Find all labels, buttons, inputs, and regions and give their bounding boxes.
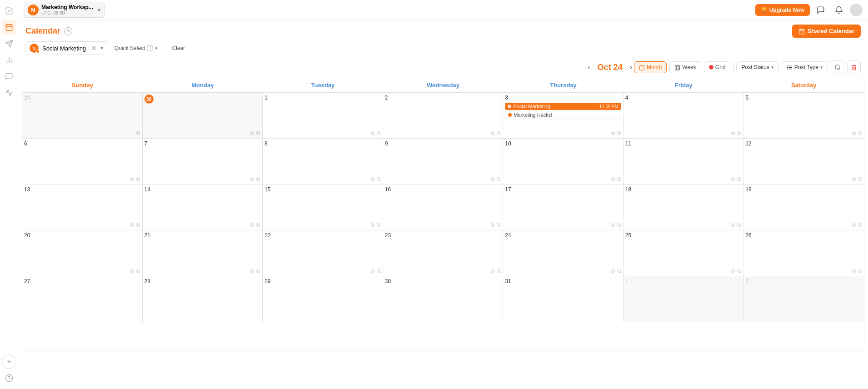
copy-icon[interactable]: ⧉ [737,268,741,274]
copy-icon[interactable]: ⧉ [377,130,381,136]
day-cell-3[interactable]: 3 Social Marketing 11:58 AM Marketing Ha… [503,93,624,138]
day-cell-2[interactable]: 2 ⊕ ⧉ [383,93,504,138]
add-event-icon[interactable]: ⊕ [370,176,375,182]
add-event-icon[interactable]: ⊕ [250,130,254,136]
sidebar-item-publish[interactable] [2,36,16,51]
clear-button[interactable]: Clear [169,43,188,53]
copy-icon[interactable]: ⧉ [256,222,260,228]
sidebar-item-tasks[interactable] [2,4,16,18]
post-type-dropdown[interactable]: Post Type ▾ [782,61,828,73]
copy-icon[interactable]: ⧉ [858,222,862,228]
day-cell-4[interactable]: 4 ⊕ ⧉ [624,93,744,138]
add-event-icon[interactable]: ⊕ [731,268,735,274]
copy-icon[interactable]: ⧉ [377,222,381,228]
copy-icon[interactable]: ⧉ [136,222,140,228]
copy-icon[interactable]: ⧉ [617,222,621,228]
add-event-icon[interactable]: ⊕ [250,268,254,274]
chevron-down-icon[interactable]: ▾ [100,45,103,51]
copy-icon[interactable]: ⧉ [617,176,621,182]
copy-icon[interactable]: ⧉ [858,130,862,136]
sidebar-item-analytics[interactable] [2,53,16,67]
day-cell-2-nov[interactable]: 2 [743,276,864,322]
add-event-icon[interactable]: ⊕ [611,176,615,182]
profile-close-icon[interactable]: ✕ [91,45,97,52]
quick-select[interactable]: Quick Select i ▾ [111,43,161,53]
add-event-icon[interactable]: ⊕ [130,176,135,182]
copy-icon[interactable]: ⧉ [377,268,381,274]
day-cell-17[interactable]: 17 ⊕ ⧉ [503,185,624,230]
copy-icon[interactable]: ⧉ [497,222,501,228]
add-event-icon[interactable]: ⊕ [370,268,375,274]
week-view-button[interactable]: Week [669,61,701,73]
day-cell-1-nov[interactable]: 1 [624,276,744,322]
month-view-button[interactable]: Month [634,61,667,73]
add-event-icon[interactable]: ⊕ [250,222,254,228]
day-cell-26[interactable]: 26 ⊕ ⧉ [743,230,864,276]
day-cell-1[interactable]: 1 ⊕ ⧉ [263,93,383,138]
add-event-icon[interactable]: ⊕ [852,268,856,274]
copy-icon[interactable]: ⧉ [377,176,381,182]
event-card[interactable]: Social Marketing 11:58 AM [505,103,621,110]
trash-button[interactable] [847,60,861,74]
copy-icon[interactable]: ⧉ [858,268,862,274]
day-cell-29-sep[interactable]: 29 ⧉ [22,93,143,138]
copy-icon[interactable]: ⧉ [256,268,260,274]
add-event-icon[interactable]: ⊕ [611,130,615,136]
add-event-icon[interactable]: ⊕ [852,176,856,182]
add-event-icon[interactable]: ⊕ [852,130,856,136]
add-event-icon[interactable]: ⊕ [370,130,375,136]
day-cell-10[interactable]: 10 ⊕ ⧉ [503,139,624,184]
day-cell-30[interactable]: 30 [383,276,504,322]
day-cell-14[interactable]: 14 ⊕ ⧉ [143,185,263,230]
day-cell-25[interactable]: 25 ⊕ ⧉ [624,230,744,276]
day-cell-12[interactable]: 12 ⊕ ⧉ [743,139,864,184]
add-event-icon[interactable]: ⊕ [130,222,135,228]
upgrade-button[interactable]: 🏆 Upgrade Now [755,4,810,16]
day-cell-18[interactable]: 18 ⊕ ⧉ [624,185,744,230]
day-cell-31[interactable]: 31 [503,276,624,322]
sidebar-item-messages[interactable] [2,69,16,84]
day-cell-11[interactable]: 11 ⊕ ⧉ [624,139,744,184]
sidebar-item-reports[interactable] [2,85,16,100]
add-event-icon[interactable]: ⊕ [490,130,495,136]
add-event-icon[interactable]: ⊕ [130,268,135,274]
add-event-icon[interactable]: ⊕ [852,222,856,228]
add-event-icon[interactable]: ⊕ [490,268,495,274]
day-cell-30-sep[interactable]: 30 ⊕ ⧉ [143,93,263,138]
copy-icon[interactable]: ⧉ [497,130,501,136]
day-cell-13[interactable]: 13 ⊕ ⧉ [22,185,143,230]
post-status-dropdown[interactable]: Post Status ▾ [736,61,778,73]
day-cell-15[interactable]: 15 ⊕ ⧉ [263,185,383,230]
copy-icon[interactable]: ⧉ [497,268,501,274]
day-cell-27[interactable]: 27 [22,276,143,322]
add-event-icon[interactable]: ⊕ [731,222,735,228]
chat-icon-button[interactable] [813,3,828,17]
day-cell-6[interactable]: 6 ⊕ ⧉ [22,139,143,184]
help-icon[interactable]: ? [64,27,72,35]
shared-calendar-button[interactable]: Shared Calendar [792,25,861,38]
day-cell-21[interactable]: 21 ⊕ ⧉ [143,230,263,276]
add-event-icon[interactable]: ⊕ [611,222,615,228]
copy-icon[interactable]: ⧉ [136,130,140,136]
day-cell-28[interactable]: 28 [143,276,263,322]
search-button[interactable] [831,60,844,74]
day-cell-24-today[interactable]: 24 ⊕ ⧉ [503,230,624,276]
copy-icon[interactable]: ⧉ [737,222,741,228]
copy-icon[interactable]: ⧉ [256,130,260,136]
day-cell-23[interactable]: 23 ⊕ ⧉ [383,230,504,276]
add-event-icon[interactable]: ⊕ [731,130,735,136]
copy-icon[interactable]: ⧉ [737,176,741,182]
day-cell-5[interactable]: 5 ⊕ ⧉ [743,93,864,138]
day-cell-20[interactable]: 20 ⊕ ⧉ [22,230,143,276]
add-event-icon[interactable]: ⊕ [490,176,495,182]
day-cell-8[interactable]: 8 ⊕ ⧉ [263,139,383,184]
sidebar-item-calendar[interactable] [2,20,16,35]
sidebar-item-help[interactable] [2,371,16,385]
prev-month-button[interactable]: ‹ [586,61,592,73]
add-event-icon[interactable]: ⊕ [490,222,495,228]
user-avatar[interactable] [850,4,863,16]
copy-icon[interactable]: ⧉ [136,268,140,274]
copy-icon[interactable]: ⧉ [617,130,621,136]
event-sub-card[interactable]: Marketing Hacks! [505,111,621,119]
copy-icon[interactable]: ⧉ [858,176,862,182]
